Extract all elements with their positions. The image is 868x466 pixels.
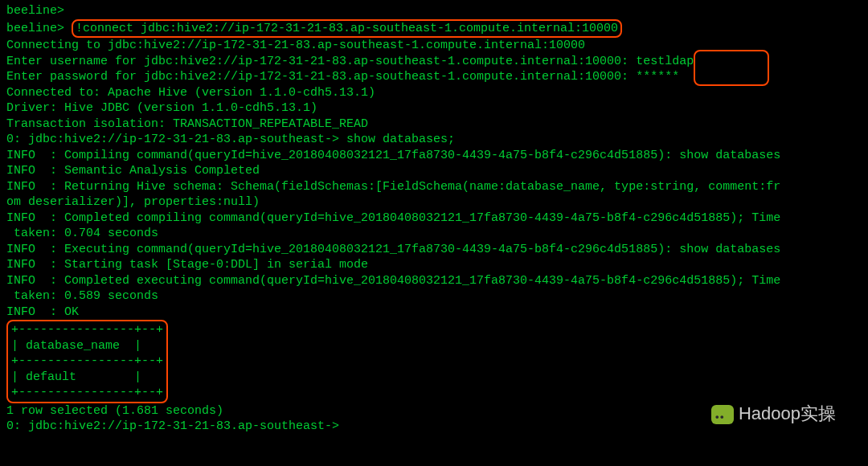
username-line: Enter username for jdbc:hive2://ip-172-3… — [6, 54, 862, 70]
beeline-prompt-empty: beeline> — [6, 3, 862, 19]
password-line: Enter password for jdbc:hive2://ip-172-3… — [6, 69, 862, 85]
password-value: ****** — [636, 70, 679, 84]
table-row: | default | — [11, 370, 163, 386]
show-db-command: show databases; — [346, 133, 455, 146]
connecting-line: Connecting to jdbc:hive2://ip-172-31-21-… — [6, 38, 862, 54]
prompt-text: beeline> — [6, 22, 72, 35]
info-compiled-a: INFO : Completed compiling command(query… — [6, 211, 862, 227]
result-table-highlight: +----------------+--+ | database_name | … — [6, 320, 168, 403]
isolation-line: Transaction isolation: TRANSACTION_REPEA… — [6, 117, 862, 133]
info-executed-a: INFO : Completed executing command(query… — [6, 273, 862, 289]
info-ok: INFO : OK — [6, 305, 862, 321]
username-value: testldap — [636, 55, 694, 68]
table-header: | database_name | — [11, 338, 163, 354]
watermark: • • Hadoop实操 — [711, 403, 836, 426]
table-border-top: +----------------+--+ — [11, 322, 163, 338]
info-semantic: INFO : Semantic Analysis Completed — [6, 163, 862, 179]
info-compiling: INFO : Compiling command(queryId=hive_20… — [6, 148, 862, 164]
info-executing: INFO : Executing command(queryId=hive_20… — [6, 242, 862, 258]
info-schema-a: INFO : Returning Hive schema: Schema(fie… — [6, 179, 862, 195]
info-compiled-b: taken: 0.704 seconds — [6, 226, 862, 242]
info-schema-b: om deserializer)], properties:null) — [6, 194, 862, 211]
watermark-text: Hadoop实操 — [739, 403, 836, 426]
connected-line: Connected to: Apache Hive (version 1.1.0… — [6, 85, 862, 101]
beeline-connect-line: beeline> !connect jdbc:hive2://ip-172-31… — [6, 19, 862, 39]
show-databases-line: 0: jdbc:hive2://ip-172-31-21-83.ap-south… — [6, 132, 862, 148]
wechat-icon: • • — [711, 405, 734, 424]
info-starting-task: INFO : Starting task [Stage-0:DDL] in se… — [6, 257, 862, 273]
table-border-mid: +----------------+--+ — [11, 354, 163, 370]
driver-line: Driver: Hive JDBC (version 1.1.0-cdh5.13… — [6, 100, 862, 117]
connect-command-highlight: !connect jdbc:hive2://ip-172-31-21-83.ap… — [72, 19, 622, 39]
table-border-bottom: +----------------+--+ — [11, 385, 163, 401]
info-executed-b: taken: 0.589 seconds — [6, 288, 862, 305]
